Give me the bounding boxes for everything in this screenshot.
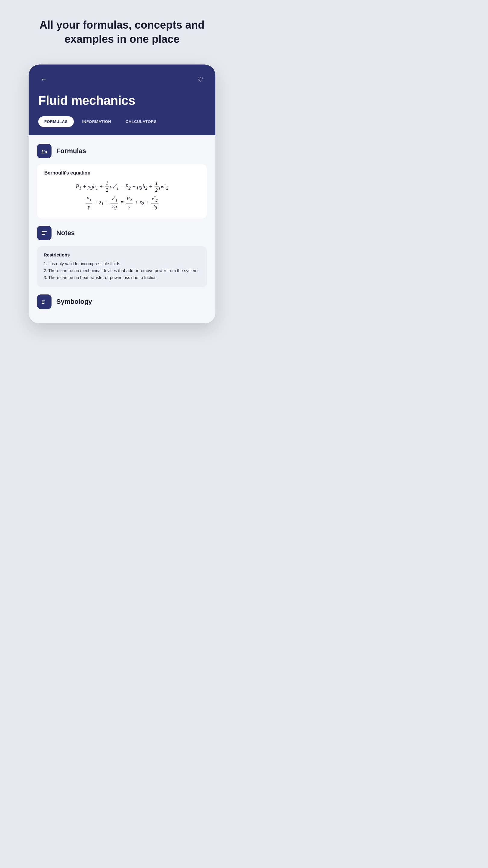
bernoulli-formula-block: Bernoulli's equation P1 + ρgh1 + 12ρv21 … xyxy=(37,164,207,218)
svg-rect-1 xyxy=(41,231,47,231)
back-icon: ← xyxy=(40,76,47,84)
notes-section-header: Notes xyxy=(37,226,207,240)
svg-text:Σ: Σ xyxy=(41,299,45,305)
sigma-icon: Σπ xyxy=(40,147,48,155)
phone-mockup: ← ♡ Fluid mechanics FORMULAS INFORMATION… xyxy=(29,64,216,323)
sum-icon: Σ xyxy=(40,298,48,306)
favorite-button[interactable]: ♡ xyxy=(195,74,206,85)
formula-name: Bernoulli's equation xyxy=(44,170,200,176)
heart-icon: ♡ xyxy=(197,76,203,84)
formulas-title: Formulas xyxy=(56,147,86,155)
page-title: Fluid mechanics xyxy=(38,93,206,108)
restrictions-text: 1. It is only valid for incompressible f… xyxy=(44,260,200,281)
formulas-icon: Σπ xyxy=(37,144,52,158)
formula-equation: P1 + ρgh1 + 12ρv21 = P2 + ρgh2 + 12ρv22 … xyxy=(44,181,200,210)
svg-text:Σπ: Σπ xyxy=(41,149,47,154)
list-icon xyxy=(40,229,48,237)
back-button[interactable]: ← xyxy=(38,74,49,85)
restrictions-card: Restrictions 1. It is only valid for inc… xyxy=(37,246,207,287)
header-top-bar: ← ♡ xyxy=(38,74,206,85)
tab-calculators[interactable]: CALCULATORS xyxy=(120,116,163,127)
notes-title: Notes xyxy=(56,229,75,237)
tab-bar: FORMULAS INFORMATION CALCULATORS xyxy=(38,116,206,127)
svg-rect-3 xyxy=(41,234,45,235)
svg-rect-2 xyxy=(41,233,47,233)
symbology-icon: Σ xyxy=(37,294,52,309)
main-headline: All your formulas, concepts and examples… xyxy=(32,18,213,46)
symbology-title: Symbology xyxy=(56,298,92,306)
tab-formulas[interactable]: FORMULAS xyxy=(38,116,74,127)
content-area: Σπ Formulas Bernoulli's equation P1 + ρg… xyxy=(29,135,216,323)
formulas-section-header: Σπ Formulas xyxy=(37,144,207,158)
notes-icon xyxy=(37,226,52,240)
tab-information[interactable]: INFORMATION xyxy=(76,116,117,127)
notes-section: Notes Restrictions 1. It is only valid f… xyxy=(37,226,207,287)
symbology-section: Σ Symbology xyxy=(37,294,207,309)
app-header: ← ♡ Fluid mechanics FORMULAS INFORMATION… xyxy=(29,64,216,135)
symbology-section-header: Σ Symbology xyxy=(37,294,207,309)
restrictions-heading: Restrictions xyxy=(44,252,200,257)
